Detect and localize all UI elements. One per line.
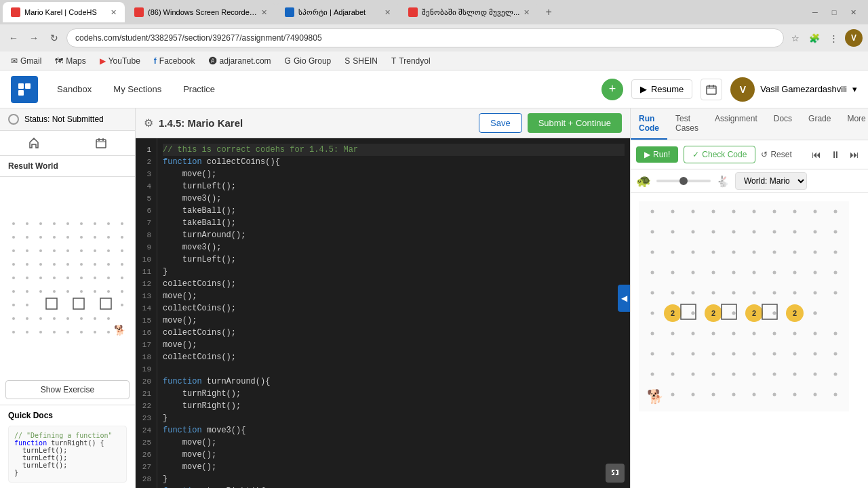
line-number-6: 6 [138, 205, 154, 217]
svg-point-99 [651, 230, 654, 234]
tab-run-code[interactable]: Run Code [631, 108, 667, 140]
calendar-sidebar-icon[interactable] [68, 131, 136, 155]
bookmark-facebook[interactable]: f Facebook [149, 55, 201, 67]
url-input[interactable]: codehs.com/student/3382957/section/39267… [66, 28, 784, 47]
maximize-button[interactable]: □ [827, 5, 841, 19]
tab-1[interactable]: Mario Karel | CodeHS ✕ [3, 2, 125, 22]
refresh-button[interactable]: ↻ [46, 30, 62, 46]
svg-point-100 [671, 230, 675, 234]
svg-point-61 [80, 290, 83, 293]
bookmark-maps[interactable]: 🗺 Maps [50, 55, 91, 67]
forward-button[interactable]: → [26, 30, 42, 46]
svg-point-178 [753, 393, 756, 396]
tab-4-close[interactable]: ✕ [524, 8, 530, 17]
code-line-23: } [163, 412, 625, 424]
menu-icon[interactable]: ⋮ [826, 30, 841, 45]
tab-3[interactable]: სპორტი | Adjarabet ✕ [277, 2, 399, 22]
tab-2-close[interactable]: ✕ [261, 8, 267, 17]
code-line-20: function turnAround(){ [163, 375, 625, 388]
code-line-25: move(); [163, 436, 625, 449]
world-select[interactable]: World: Mario [735, 172, 807, 190]
right-tabs: Run Code Test Cases Assignment Docs Grad… [631, 108, 868, 140]
svg-point-97 [814, 210, 817, 214]
code-line-17: move(); [163, 339, 625, 351]
speed-slider[interactable] [656, 180, 711, 182]
tab-more[interactable]: More [839, 108, 868, 140]
tab-grade[interactable]: Grade [800, 108, 839, 140]
app-logo[interactable] [11, 76, 38, 103]
my-sections-link[interactable]: My Sections [105, 80, 170, 98]
tab-1-close[interactable]: ✕ [111, 8, 117, 17]
svg-point-83 [107, 331, 110, 333]
svg-rect-84 [46, 298, 57, 309]
editor-area: ⚙ 1.4.5: Mario Karel Save Submit + Conti… [136, 108, 631, 488]
svg-point-127 [814, 271, 817, 274]
browser-user-avatar[interactable]: V [845, 29, 863, 47]
step-forward-button[interactable]: ⏭ [846, 146, 863, 163]
adjaranet-label: adjaranet.com [220, 56, 271, 66]
bookmark-gmail[interactable]: ✉ Gmail [5, 55, 47, 67]
bookmark-gio-group[interactable]: G Gio Group [279, 55, 337, 67]
tab-docs[interactable]: Docs [766, 108, 800, 140]
comment-span: // this is correct codehs for 1.4.5: Mar [163, 145, 358, 155]
expand-button[interactable] [606, 464, 625, 483]
user-info[interactable]: V Vasil Gamezardashvili ▾ [730, 77, 857, 102]
world-grid-container: 🐕 [0, 177, 135, 375]
tab-3-favicon [285, 7, 294, 17]
bookmark-star-icon[interactable]: ☆ [788, 30, 803, 45]
tab-4[interactable]: შენობაში შსლოდ მუველ... ✕ [400, 2, 538, 22]
tab-2[interactable]: (86) Windows Screen Recorder S... ✕ [126, 2, 275, 22]
tab-test-cases[interactable]: Test Cases [667, 108, 707, 140]
submit-button[interactable]: Submit + Continue [528, 113, 622, 133]
svg-point-49 [39, 277, 42, 279]
new-tab-button[interactable]: + [539, 3, 558, 22]
extension-icon[interactable]: 🧩 [807, 30, 822, 45]
check-icon: ✓ [692, 150, 699, 159]
sidebar-toggle[interactable]: ◀ [618, 285, 630, 312]
line-number-10: 10 [138, 253, 154, 266]
bookmark-adjaranet[interactable]: 🅐 adjaranet.com [203, 55, 277, 67]
code-line-21: turnRight(); [163, 388, 625, 400]
line-number-17: 17 [138, 339, 154, 351]
svg-rect-0 [18, 83, 24, 89]
line-number-18: 18 [138, 351, 154, 363]
calendar-button[interactable] [701, 79, 722, 100]
svg-point-69 [26, 317, 28, 320]
facebook-icon: f [154, 56, 157, 66]
svg-point-22 [39, 236, 42, 239]
home-sidebar-icon[interactable] [0, 131, 68, 155]
add-button[interactable]: + [601, 79, 623, 100]
reset-button[interactable]: ↺ Reset [761, 150, 791, 159]
bookmark-shein[interactable]: S SHEIN [339, 55, 383, 67]
step-back-button[interactable]: ⏮ [808, 146, 825, 163]
top-nav-right: + ▶ Resume V Vasil Gamezardashvili ▾ [601, 77, 857, 102]
svg-point-162 [814, 352, 817, 356]
svg-point-109 [651, 251, 654, 254]
run-button[interactable]: ▶ Run! [636, 146, 678, 163]
code-line-10: turnLeft(); [163, 253, 625, 266]
bookmark-youtube[interactable]: ▶ YouTube [94, 55, 146, 67]
code-line-19 [163, 363, 625, 375]
show-exercise-button[interactable]: Show Exercise [5, 380, 130, 399]
practice-link[interactable]: Practice [175, 80, 223, 98]
svg-point-67 [121, 304, 123, 306]
tab-3-close[interactable]: ✕ [384, 8, 391, 17]
svg-point-20 [12, 236, 15, 239]
close-button[interactable]: ✕ [846, 5, 860, 19]
bookmark-trendyol[interactable]: T Trendyol [386, 55, 436, 67]
svg-point-175 [692, 393, 695, 396]
check-code-button[interactable]: ✓ Check Code [684, 146, 755, 163]
tab-assignment[interactable]: Assignment [707, 108, 766, 140]
sandbox-link[interactable]: Sandbox [49, 80, 100, 98]
back-button[interactable]: ← [5, 30, 22, 46]
code-editor[interactable]: 1234567891011121314151617181920212223242… [136, 138, 630, 488]
minimize-button[interactable]: ─ [808, 5, 822, 19]
line-number-11: 11 [138, 266, 154, 278]
resume-button[interactable]: ▶ Resume [631, 79, 692, 99]
svg-point-190 [732, 312, 736, 315]
reset-icon: ↺ [761, 150, 768, 159]
settings-icon[interactable]: ⚙ [144, 117, 153, 129]
pause-button[interactable]: ⏸ [827, 146, 844, 163]
svg-point-48 [26, 277, 28, 279]
save-button[interactable]: Save [479, 113, 522, 133]
